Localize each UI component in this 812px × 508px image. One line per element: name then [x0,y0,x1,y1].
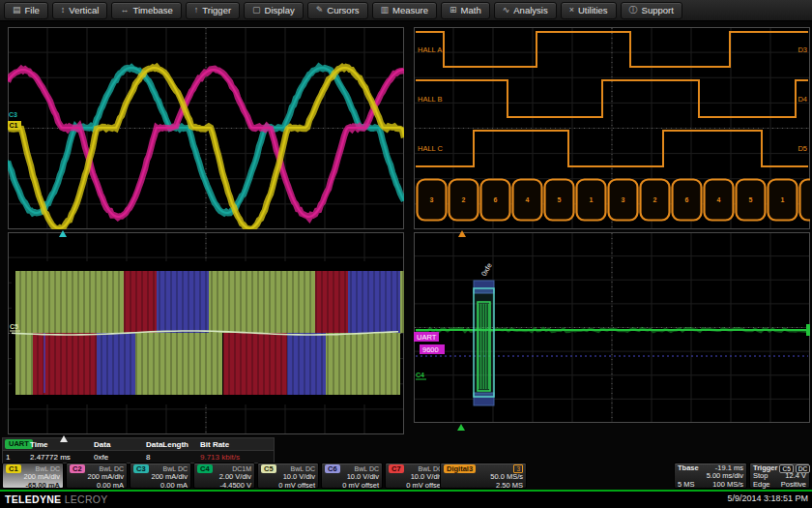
svg-text:1: 1 [590,196,594,203]
brand-logo: TELEDYNE LECROY [5,493,108,505]
oscilloscope-screen: ▤File↕Vertical↔Timebase↑Trigger▢Display✎… [0,0,812,508]
menu-button-timebase[interactable]: ↔Timebase [111,2,181,19]
table-header-cell: Bit Rate [200,440,270,449]
file-icon: ▤ [13,6,21,15]
table-cell-bitrate: 9.713 kbit/s [200,453,270,462]
menu-button-vertical[interactable]: ↕Vertical [52,2,108,19]
menu-button-label: Vertical [69,5,99,15]
channel-descriptor-c6[interactable]: C6BwL DC10.0 V/div0 mV offset [321,463,383,489]
svg-text:6: 6 [685,196,689,203]
menu-button-label: Display [265,5,295,15]
table-cell-data: 0xfe [94,453,146,462]
support-icon: ⓘ [629,6,638,15]
offset-value: -4.4500 V [194,482,254,490]
menu-button-file[interactable]: ▤File [4,2,48,19]
channel-descriptor-c5[interactable]: C5BwL DC10.0 V/div0 mV offset [257,463,319,489]
status-bar: TELEDYNE LECROY 5/9/2014 3:18:51 PM [0,492,812,508]
channel-descriptor-c1[interactable]: C1BwL DC200 mA/div-65.00 mA [2,463,64,489]
menu-button-utilities[interactable]: ×Utilities [561,2,617,19]
brand-primary: TELEDYNE [5,493,61,505]
measure-icon: ▥ [381,6,390,15]
menu-button-label: Trigger [202,5,231,15]
svg-text:5: 5 [749,196,753,203]
menu-button-label: Utilities [578,5,608,15]
menu-button-label: File [25,5,40,15]
svg-text:3: 3 [430,196,434,203]
channel-badge-c7: C7 [389,464,404,473]
offset-value: 0 mV offset [322,482,382,490]
trigger-type: Edge [753,481,770,489]
trigger-slope: Positive [781,481,806,489]
trigger-position-marker-analog[interactable] [59,230,67,237]
trigger-position-marker-digital[interactable] [458,230,466,237]
trigger-descriptor[interactable]: Trigger C5 DC Stop 12.4 V Edge Positive [749,463,810,489]
svg-text:HALL C: HALL C [418,144,444,153]
trigger-position-marker-pwm[interactable] [60,435,68,442]
svg-text:C3: C3 [9,111,17,118]
analysis-icon: ∿ [503,6,510,15]
channel-descriptor-c3[interactable]: C3BwL DC200 mA/div0.00 mA [130,463,191,489]
channel-badge-c4: C4 [197,464,213,473]
svg-text:HALL A: HALL A [418,45,442,54]
svg-text:D5: D5 [798,144,807,153]
menu-button-label: Analysis [513,5,547,15]
svg-text:9600: 9600 [422,345,439,354]
cursors-icon: ✎ [316,6,324,15]
offset-value: 2.50 MS [441,482,526,490]
trigger-position-marker-uart[interactable] [457,424,465,431]
svg-text:3: 3 [622,196,625,203]
menu-button-display[interactable]: ▢Display [244,2,304,19]
menu-button-label: Cursors [327,5,359,15]
table-cell-idx: 1 [3,453,30,462]
digital-waveform-grid[interactable]: HALL AD3HALL BD4HALL CD5326451326451 [414,27,810,229]
uart-decode-table[interactable]: UARTTimeDataDataLengthBit Rate12.47772 m… [2,437,275,463]
analog-waveform-grid[interactable]: C3C1 [8,27,404,229]
utilities-icon: × [569,6,574,15]
channel-descriptor-digital3[interactable]: Digital3350.0 MS/s2.50 MS [440,463,527,489]
tbase-title: Tbase [678,464,699,472]
coupling-label: BwL DC [355,465,379,472]
svg-text:C4: C4 [416,372,424,378]
svg-text:2: 2 [462,196,466,203]
channel-badge-c1: C1 [6,464,21,473]
pwm-waveform-grid[interactable]: C5 [8,232,404,434]
menu-button-math[interactable]: ⊞Math [441,2,490,19]
menu-button-analysis[interactable]: ∿Analysis [494,2,557,19]
svg-text:4: 4 [717,196,721,203]
timebase-descriptor[interactable]: Tbase -19.1 ms 5.00 ms/div 5 MS 100 MS/s [674,463,747,489]
svg-text:D4: D4 [798,95,807,104]
channel-descriptor-c2[interactable]: C2BwL DC200 mA/div0.00 mA [66,463,128,489]
menu-button-measure[interactable]: ▥Measure [372,2,437,19]
channel-descriptor-c7[interactable]: C7BwL DC10.0 V/div0 mV offset [385,463,447,489]
offset-value: -65.00 mA [3,482,63,490]
offset-value: 0.00 mA [67,482,127,490]
channel-badge-digital3: Digital3 [444,464,476,473]
menu-button-support[interactable]: ⓘSupport [621,2,682,19]
menu-button-trigger[interactable]: ↑Trigger [186,2,240,19]
svg-text:C1: C1 [10,122,18,129]
channel-badge-c2: C2 [70,464,85,473]
menu-bar: ▤File↕Vertical↔Timebase↑Trigger▢Display✎… [0,0,812,21]
svg-text:HALL B: HALL B [418,95,443,104]
uart-waveform-grid[interactable]: 0xfeUART9600C4 [414,232,810,423]
table-header-cell: DataLength [146,440,200,449]
table-cell-time: 2.47772 ms [30,453,94,462]
svg-text:D3: D3 [798,45,807,54]
coupling-label: BwL DC [163,465,188,472]
channel-descriptor-c4[interactable]: C4DC1M2.00 V/div-4.4500 V [193,463,255,489]
svg-text:UART: UART [417,333,437,342]
channel-badge-c3: C3 [133,464,149,473]
uart-table-badge: UART [5,439,33,449]
tbase-memory: 5 MS [678,481,695,489]
offset-value: 0 mV offset [386,482,446,490]
menu-button-label: Math [461,5,481,15]
timebase-icon: ↔ [120,6,129,15]
menu-button-cursors[interactable]: ✎Cursors [307,2,368,19]
table-row[interactable]: 12.47772 ms0xfe89.713 kbit/s [3,451,274,463]
svg-text:6: 6 [494,196,498,203]
svg-text:2: 2 [653,196,657,203]
offset-value: 0.00 mA [130,482,190,490]
svg-text:5: 5 [558,196,562,203]
channel-badge-c6: C6 [325,464,340,473]
menu-button-label: Support [642,5,674,15]
